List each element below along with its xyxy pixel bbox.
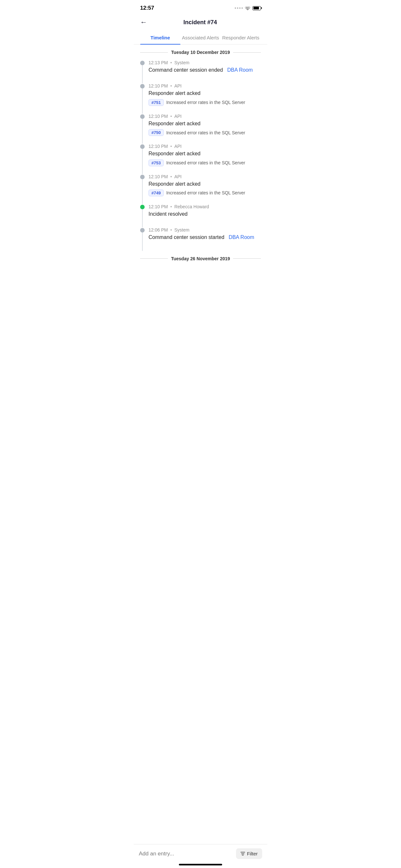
entry-bullet-3 xyxy=(171,116,172,117)
entry-source-6: Rebecca Howard xyxy=(174,204,209,209)
timeline-line-2 xyxy=(142,89,143,113)
entry-source-5: API xyxy=(174,174,182,179)
date-line-left xyxy=(140,52,168,53)
alert-badge-3[interactable]: #750 xyxy=(149,129,164,136)
entry-time-7: 12:06 PM xyxy=(149,227,168,232)
entry-time-1: 12:13 PM xyxy=(149,60,168,65)
tabs: Timeline Associated Alerts Responder Ale… xyxy=(134,32,267,44)
alert-desc-2: Increased error rates in the SQL Server xyxy=(166,100,245,105)
timeline-dot-1 xyxy=(140,61,145,65)
entry-bullet-5 xyxy=(171,176,172,177)
tab-associated-alerts[interactable]: Associated Alerts xyxy=(181,32,221,44)
entry-text-6: Incident resolved xyxy=(149,211,261,218)
entry-bullet-4 xyxy=(171,146,172,147)
date-separator-1: Tuesday 10 December 2019 xyxy=(134,44,267,60)
timeline-line-6 xyxy=(142,209,143,227)
timeline-left-5 xyxy=(140,174,145,204)
entry-text-2: Responder alert acked xyxy=(149,90,261,97)
timeline-line-4 xyxy=(142,149,143,174)
entry-meta-1: 12:13 PM System xyxy=(149,60,261,65)
entry-content-7: 12:06 PM System Command center session s… xyxy=(149,227,261,251)
timeline-dot-3 xyxy=(140,114,145,119)
tab-responder-alerts[interactable]: Responder Alerts xyxy=(220,32,261,44)
timeline-entries: 12:13 PM System Command center session e… xyxy=(134,60,267,251)
entry-time-2: 12:10 PM xyxy=(149,83,168,89)
entry-time-4: 12:10 PM xyxy=(149,144,168,149)
timeline-entry-6: 12:10 PM Rebecca Howard Incident resolve… xyxy=(140,204,261,227)
entry-time-6: 12:10 PM xyxy=(149,204,168,209)
timeline-left-4 xyxy=(140,144,145,174)
timeline-dot-2 xyxy=(140,84,145,89)
timeline-left-7 xyxy=(140,227,145,251)
entry-text-4: Responder alert acked xyxy=(149,150,261,157)
entry-meta-6: 12:10 PM Rebecca Howard xyxy=(149,204,261,209)
timeline-line-5 xyxy=(142,179,143,204)
battery-icon xyxy=(252,6,261,10)
date-label-2: Tuesday 26 November 2019 xyxy=(171,256,230,261)
entry-content-2: 12:10 PM API Responder alert acked #751 … xyxy=(149,83,261,113)
entry-text-1: Command center session ended DBA Room xyxy=(149,66,261,73)
timeline-entry-5: 12:10 PM API Responder alert acked #749 … xyxy=(140,174,261,204)
entry-bullet-2 xyxy=(171,85,172,87)
entry-source-4: API xyxy=(174,144,182,149)
entry-source-2: API xyxy=(174,83,182,89)
timeline-entry-4: 12:10 PM API Responder alert acked #753 … xyxy=(140,144,261,174)
entry-meta-4: 12:10 PM API xyxy=(149,144,261,149)
entry-meta-3: 12:10 PM API xyxy=(149,114,261,119)
entry-bullet-7 xyxy=(171,229,172,230)
entry-link-1[interactable]: DBA Room xyxy=(227,67,253,73)
entry-link-7[interactable]: DBA Room xyxy=(228,235,254,240)
entry-time-3: 12:10 PM xyxy=(149,114,168,119)
entry-text-7: Command center session started DBA Room xyxy=(149,234,261,241)
timeline-line-7 xyxy=(142,232,143,251)
timeline-left-6 xyxy=(140,204,145,227)
status-time: 12:57 xyxy=(140,5,154,11)
timeline-entry-1: 12:13 PM System Command center session e… xyxy=(140,60,261,83)
entry-meta-7: 12:06 PM System xyxy=(149,227,261,232)
signal-dots-icon xyxy=(235,7,243,9)
alert-badge-2[interactable]: #751 xyxy=(149,99,164,106)
timeline-dot-6 xyxy=(140,205,145,209)
entry-badge-row-2: #751 Increased error rates in the SQL Se… xyxy=(149,99,261,106)
date-line-left-2 xyxy=(140,258,168,259)
page-title: Incident #74 xyxy=(150,19,251,26)
status-icons xyxy=(235,6,261,10)
header: ← Incident #74 xyxy=(134,14,267,32)
timeline-line-1 xyxy=(142,65,143,83)
entry-source-7: System xyxy=(174,227,189,232)
date-line-right-2 xyxy=(233,258,261,259)
entry-content-3: 12:10 PM API Responder alert acked #750 … xyxy=(149,114,261,144)
entry-badge-row-3: #750 Increased error rates in the SQL Se… xyxy=(149,129,261,136)
timeline-dot-7 xyxy=(140,228,145,232)
wifi-icon xyxy=(245,6,251,10)
tab-timeline[interactable]: Timeline xyxy=(140,32,181,44)
timeline-left-1 xyxy=(140,60,145,83)
timeline-left-2 xyxy=(140,83,145,113)
entry-content-1: 12:13 PM System Command center session e… xyxy=(149,60,261,83)
entry-source-1: System xyxy=(174,60,189,65)
entry-source-3: API xyxy=(174,114,182,119)
entry-bullet-1 xyxy=(171,62,172,63)
entry-badge-row-4: #753 Increased error rates in the SQL Se… xyxy=(149,159,261,166)
timeline-entry-2: 12:10 PM API Responder alert acked #751 … xyxy=(140,83,261,113)
timeline-dot-5 xyxy=(140,175,145,179)
date-separator-2: Tuesday 26 November 2019 xyxy=(134,251,267,267)
entry-content-4: 12:10 PM API Responder alert acked #753 … xyxy=(149,144,261,174)
timeline-entry-7: 12:06 PM System Command center session s… xyxy=(140,227,261,251)
status-bar: 12:57 xyxy=(134,0,267,14)
date-label-1: Tuesday 10 December 2019 xyxy=(171,50,230,55)
back-button[interactable]: ← xyxy=(140,17,150,28)
timeline-container: Tuesday 10 December 2019 12:13 PM System… xyxy=(134,44,267,299)
date-line-right xyxy=(233,52,261,53)
timeline-entry-3: 12:10 PM API Responder alert acked #750 … xyxy=(140,114,261,144)
entry-content-5: 12:10 PM API Responder alert acked #749 … xyxy=(149,174,261,204)
entry-time-5: 12:10 PM xyxy=(149,174,168,179)
alert-badge-4[interactable]: #753 xyxy=(149,159,164,166)
entry-text-5: Responder alert acked xyxy=(149,181,261,188)
timeline-dot-4 xyxy=(140,144,145,149)
entry-badge-row-5: #749 Increased error rates in the SQL Se… xyxy=(149,190,261,196)
alert-desc-5: Increased error rates in the SQL Server xyxy=(166,190,245,195)
alert-badge-5[interactable]: #749 xyxy=(149,190,164,196)
entry-content-6: 12:10 PM Rebecca Howard Incident resolve… xyxy=(149,204,261,227)
entry-meta-5: 12:10 PM API xyxy=(149,174,261,179)
